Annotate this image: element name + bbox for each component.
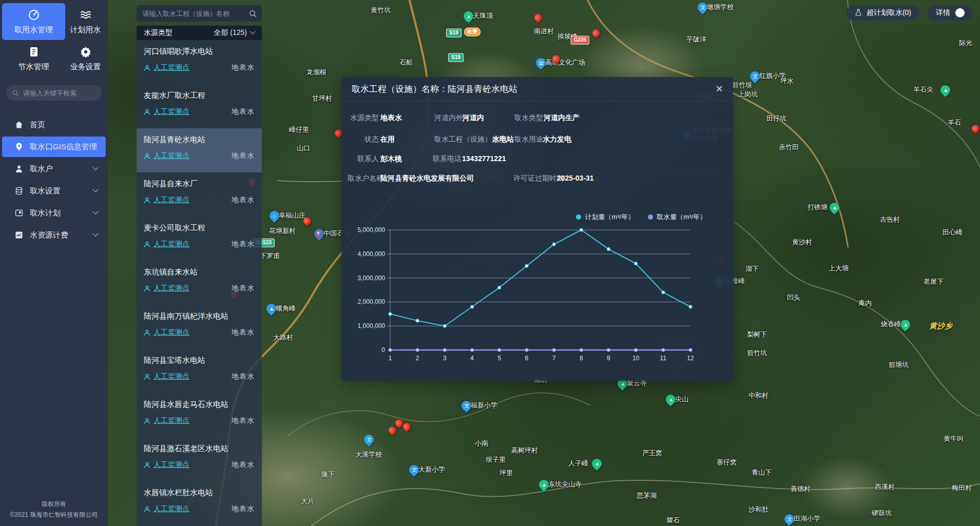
menu-item-intake-plan[interactable]: 取水计划 (2, 203, 106, 223)
menu-item-intake-gis-management[interactable]: 取水口GIS信息管理 (2, 137, 106, 157)
keyword-search-box[interactable] (6, 85, 102, 101)
person-icon (144, 462, 150, 469)
filter-dropdown[interactable]: 全部 (125) (214, 28, 255, 37)
module-label: 计划用水 (70, 25, 101, 35)
module-label: 取用水管理 (14, 25, 53, 35)
manual-monitor-link[interactable]: 人工监测点 (144, 504, 189, 514)
sidebar: 取用水管理 计划用水 节水管理 (0, 0, 108, 526)
menu-item-water-resource-billing[interactable]: 水资源计费 (2, 225, 106, 245)
intake-subrow: 人工监测点地表水 (144, 328, 255, 337)
monitor-label: 人工监测点 (153, 107, 189, 116)
person-icon (144, 418, 150, 424)
manual-monitor-link[interactable]: 人工监测点 (144, 196, 189, 205)
filter-value: 全部 (125) (214, 28, 247, 37)
list-item[interactable]: 陆河县南万镇杞洋水电站人工监测点地表水 (137, 305, 262, 349)
keyword-search-input[interactable] (22, 89, 95, 98)
nature-pin-icon[interactable]: ▲ (828, 201, 841, 215)
nature-pin-icon[interactable]: ▲ (590, 457, 604, 471)
nature-pin-icon[interactable]: ▲ (938, 83, 952, 97)
field-label: 许可证过期时间 (513, 174, 564, 183)
detail-toggle[interactable]: 详情 (928, 5, 973, 21)
menu-item-water-users[interactable]: 取水户 (2, 159, 106, 179)
map-poi-label: 羊石尖 (913, 86, 933, 94)
module-label: 节水管理 (18, 62, 49, 72)
field-label: 状态 (348, 135, 379, 144)
intake-subrow: 人工监测点地表水 (144, 196, 255, 205)
intake-name: 东坑镇自来水站 (144, 267, 255, 277)
red-marker-pin-icon[interactable] (591, 28, 602, 38)
school-pin-icon[interactable]: 文 (362, 433, 376, 446)
svg-text:4,000,000: 4,000,000 (358, 250, 386, 258)
over-plan-intake-label: 超计划取水(0) (867, 8, 911, 17)
water-type-label: 地表水 (232, 63, 255, 72)
map-place-label: 老屋下 (924, 278, 944, 286)
top-right-controls: 超计划取水(0) 详情 (846, 5, 973, 21)
list-item[interactable]: 陆河县自来水厂人工监测点地表水 (137, 172, 262, 217)
intake-search-input[interactable] (142, 9, 249, 18)
manual-monitor-link[interactable]: 人工监测点 (144, 372, 189, 381)
list-item[interactable]: 陆河县水唇走马石水电站人工监测点地表水 (137, 393, 262, 437)
chevron-down-icon (92, 165, 98, 170)
over-plan-intake-button[interactable]: 超计划取水(0) (846, 5, 919, 21)
field-value: 河道内 (463, 113, 484, 123)
module-planned-water-use[interactable]: 计划用水 (65, 3, 106, 40)
map-place-label: 锣鼓坑 (872, 509, 892, 517)
module-water-saving-management[interactable]: 节水管理 (2, 40, 65, 77)
manual-monitor-link[interactable]: 人工监测点 (144, 107, 189, 116)
road-badge: G235 (571, 36, 589, 45)
intake-name: 水唇镇水栏肚水电站 (144, 488, 255, 498)
field-value: 在用 (380, 135, 395, 144)
intake-subrow: 人工监测点地表水 (144, 416, 255, 425)
menu-item-intake-settings[interactable]: 取水设置 (2, 181, 106, 201)
field-label: 取水户名称 (348, 174, 379, 183)
road-badge: S19 (446, 29, 462, 37)
water-type-label: 地表水 (232, 372, 255, 381)
manual-monitor-link[interactable]: 人工监测点 (144, 151, 189, 161)
list-item[interactable]: 水唇镇水栏肚水电站人工监测点地表水 (137, 481, 262, 525)
list-item[interactable]: 陆河县宝塔水电站人工监测点地表水 (137, 349, 262, 393)
menu-item-home[interactable]: 首页 (2, 114, 106, 135)
detail-toggle-label: 详情 (936, 8, 950, 17)
list-item[interactable]: 麦卡公司取水工程人工监测点地表水 (137, 217, 262, 261)
water-type-label: 地表水 (232, 196, 255, 205)
close-icon[interactable]: × (716, 83, 723, 95)
manual-monitor-link[interactable]: 人工监测点 (144, 63, 189, 72)
intake-search-box[interactable] (137, 5, 262, 22)
map-place-label: 黄竹坑 (371, 6, 391, 14)
field-value: 13432771221 (462, 154, 506, 163)
manual-monitor-link[interactable]: 人工监测点 (144, 416, 189, 425)
map-place-label: 坪水 (780, 77, 794, 85)
intake-subrow: 人工监测点地表水 (144, 284, 255, 293)
manual-monitor-link[interactable]: 人工监测点 (144, 240, 189, 249)
intake-name: 陆河县南万镇杞洋水电站 (144, 311, 255, 321)
map-place-label: 大路村 (273, 334, 293, 342)
billing-icon (15, 231, 23, 239)
toggle-knob-icon[interactable] (955, 8, 965, 17)
intake-name: 友能水厂取水工程 (144, 91, 255, 101)
map-poi-label: 烧香嶂 (881, 320, 901, 328)
list-item[interactable]: 河口镇唱歌潭水电站人工监测点地表水 (137, 40, 262, 84)
map-place-label: 箭竹坝 (732, 81, 752, 89)
module-water-intake-management[interactable]: 取用水管理 (2, 3, 65, 40)
manual-monitor-link[interactable]: 人工监测点 (144, 460, 189, 470)
list-item[interactable]: 东坑镇自来水站人工监测点地表水 (137, 261, 262, 305)
manual-monitor-link[interactable]: 人工监测点 (144, 284, 189, 293)
map-place-label: 中和村 (748, 392, 768, 400)
list-item[interactable]: 友能水厂取水工程人工监测点地表水 (137, 84, 262, 128)
list-item[interactable]: 陆河县激石溪老区水电站人工监测点地表水 (137, 437, 262, 481)
map-poi-label: 墩塘学校 (707, 3, 734, 11)
manual-monitor-link[interactable]: 人工监测点 (144, 328, 189, 337)
red-marker-pin-icon[interactable] (970, 123, 980, 134)
map-poi-label: 幸福山庄 (279, 211, 305, 220)
list-item[interactable]: 陆河县青砼水电站人工监测点地表水 (137, 128, 262, 172)
module-business-settings[interactable]: 业务设置 (65, 40, 106, 77)
monitor-label: 人工监测点 (153, 63, 189, 72)
intake-name: 陆河县青砼水电站 (144, 135, 255, 145)
intake-list: 水源类型 全部 (125) 河口镇唱歌潭水电站人工监测点地表水友能水厂取水工程人… (137, 26, 262, 526)
red-marker-pin-icon[interactable] (533, 12, 544, 23)
red-marker-pin-icon[interactable] (387, 425, 398, 436)
water-type-label: 地表水 (232, 107, 255, 116)
search-icon[interactable] (249, 10, 257, 17)
intake-subrow: 人工监测点地表水 (144, 460, 255, 470)
gauge-icon (28, 9, 40, 21)
